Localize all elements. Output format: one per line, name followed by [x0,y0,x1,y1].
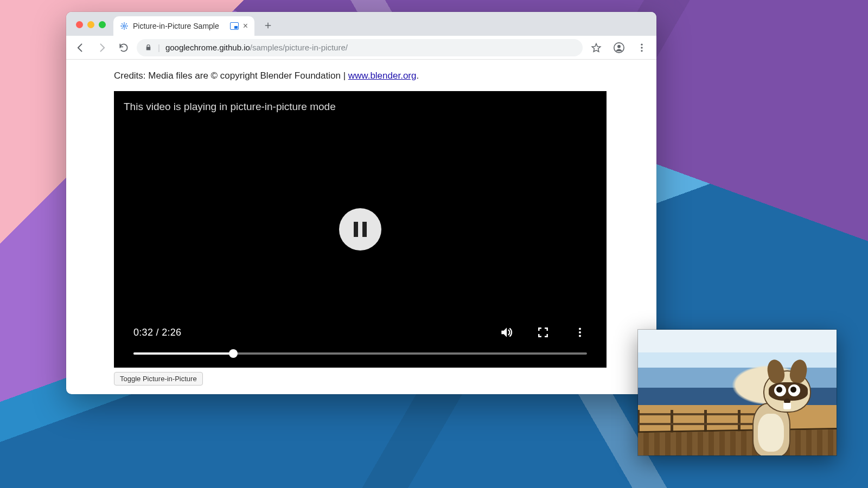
progress-thumb[interactable] [229,349,238,358]
credits-link[interactable]: www.blender.org [348,70,417,81]
svg-point-5 [641,50,642,52]
tab-title: Picture-in-Picture Sample [133,22,226,30]
omnibox-separator: | [158,43,160,52]
time-current: 0:32 [133,327,153,338]
svg-point-7 [579,331,581,333]
fullscreen-button[interactable] [536,325,550,339]
svg-point-2 [617,44,621,48]
video-player[interactable]: This video is playing in picture-in-pict… [114,91,607,368]
time-total: 2:26 [162,327,181,338]
new-tab-button[interactable] [260,17,276,34]
toggle-pip-button[interactable]: Toggle Picture-in-Picture [114,372,203,386]
lock-icon [144,43,152,52]
minimize-window-button[interactable] [87,21,94,28]
tab-active[interactable]: Picture-in-Picture Sample × [113,16,254,36]
more-menu-button[interactable] [633,38,651,57]
account-button[interactable] [610,38,628,57]
pause-button[interactable] [339,208,381,251]
progress-bar[interactable] [133,352,587,355]
tab-favicon-icon [120,22,129,30]
svg-point-8 [579,335,581,337]
browser-window: Picture-in-Picture Sample × | googlechro… [66,12,656,394]
svg-point-6 [579,328,581,330]
credits-suffix: . [416,70,419,81]
credits-text: Credits: Media files are © copyright Ble… [114,70,609,81]
volume-button[interactable] [499,325,513,339]
time-sep: / [153,327,162,338]
time-display: 0:32 / 2:26 [133,327,181,338]
pip-window[interactable] [638,330,837,455]
video-more-button[interactable] [573,325,587,339]
progress-played [133,352,233,355]
video-pip-message: This video is playing in picture-in-pict… [124,101,336,113]
url-text: googlechrome.github.io/samples/picture-i… [165,43,348,52]
bookmark-star-button[interactable] [587,38,605,57]
tab-strip: Picture-in-Picture Sample × [66,12,656,36]
close-window-button[interactable] [76,21,83,28]
svg-point-0 [123,25,125,27]
back-button[interactable] [72,39,89,56]
pip-indicator-icon [230,22,239,30]
page-content: Credits: Media files are © copyright Ble… [66,60,656,394]
forward-button[interactable] [93,39,111,56]
svg-point-4 [641,47,642,48]
maximize-window-button[interactable] [99,21,106,28]
pause-icon [354,222,367,237]
reload-button[interactable] [115,39,132,56]
svg-point-3 [641,43,642,45]
window-controls [76,21,106,28]
toolbar: | googlechrome.github.io/samples/picture… [66,36,656,60]
video-controls: 0:32 / 2:26 [114,325,607,368]
url-path: /samples/picture-in-picture/ [250,43,348,52]
pip-scene-character [747,365,828,455]
close-tab-button[interactable]: × [243,22,248,30]
url-host: googlechrome.github.io [165,43,250,52]
address-bar[interactable]: | googlechrome.github.io/samples/picture… [137,39,583,56]
credits-prefix: Credits: Media files are © copyright Ble… [114,70,348,81]
